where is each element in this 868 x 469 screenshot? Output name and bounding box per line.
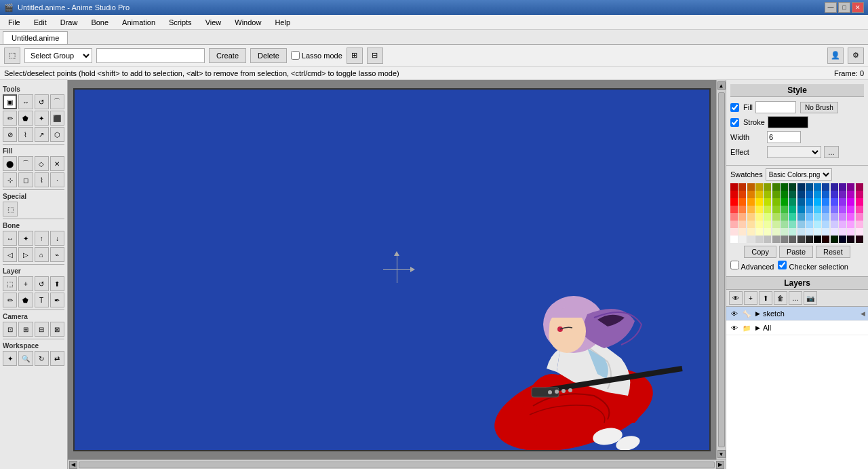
color-swatch[interactable] — [856, 183, 863, 191]
color-swatch[interactable] — [797, 206, 805, 213]
fill-x-tool[interactable]: ✕ — [50, 156, 64, 171]
color-swatch[interactable] — [789, 191, 796, 198]
menu-scripts[interactable]: Scripts — [163, 17, 197, 28]
color-swatch[interactable] — [747, 183, 755, 191]
color-swatch[interactable] — [806, 206, 813, 213]
color-swatch[interactable] — [856, 198, 863, 206]
color-swatch[interactable] — [806, 198, 813, 206]
color-swatch[interactable] — [839, 206, 846, 213]
layer-tool-8[interactable]: ✒ — [50, 293, 64, 307]
color-swatch[interactable] — [806, 228, 813, 236]
color-swatch[interactable] — [814, 191, 821, 198]
color-swatch[interactable] — [839, 198, 846, 206]
color-swatch[interactable] — [856, 236, 863, 243]
color-swatch[interactable] — [730, 236, 738, 243]
layers-tool-move[interactable]: ⬆ — [759, 291, 772, 305]
color-swatch[interactable] — [822, 221, 829, 228]
fill-sq-tool[interactable]: ◻ — [18, 172, 33, 187]
color-swatch[interactable] — [814, 213, 821, 221]
color-swatch[interactable] — [730, 228, 738, 236]
color-swatch[interactable] — [781, 183, 788, 191]
rotate-tool[interactable]: ↺ — [35, 94, 49, 109]
workspace-tool-1[interactable]: ✦ — [3, 351, 17, 366]
menu-file[interactable]: File — [3, 17, 26, 28]
color-swatch[interactable] — [847, 228, 854, 236]
color-swatch[interactable] — [831, 206, 838, 213]
fill-diamond-tool[interactable]: ◇ — [35, 156, 49, 171]
color-swatch[interactable] — [755, 183, 763, 191]
color-swatch[interactable] — [831, 228, 838, 236]
color-swatch[interactable] — [730, 206, 738, 213]
color-swatch[interactable] — [764, 206, 771, 213]
color-swatch[interactable] — [814, 236, 821, 243]
bone-tool-7[interactable]: ⌂ — [35, 247, 49, 262]
layer-row-sketch[interactable]: 👁 🦴 ▶ sketch ◀ — [726, 307, 868, 321]
layer-all-expand-icon[interactable]: ▶ — [753, 324, 762, 332]
copy-button[interactable]: Copy — [744, 246, 776, 258]
effect-select[interactable]: BlurGlow — [767, 146, 821, 158]
canvas-scrollbar-v[interactable]: ▲ ▼ — [716, 80, 726, 459]
color-swatch[interactable] — [755, 213, 763, 221]
color-swatch[interactable] — [781, 191, 788, 198]
color-swatch[interactable] — [847, 191, 854, 198]
toolbar-icon-2[interactable]: ⊟ — [367, 48, 383, 64]
color-swatch[interactable] — [856, 213, 863, 221]
menu-edit[interactable]: Edit — [28, 17, 52, 28]
layers-tool-camera[interactable]: 📷 — [804, 291, 817, 305]
special-tool[interactable]: ⬚ — [3, 202, 18, 217]
pen-tool[interactable]: ✏ — [3, 111, 17, 126]
color-swatch[interactable] — [806, 213, 813, 221]
layer-tool-6[interactable]: ⬟ — [18, 293, 33, 307]
group-select[interactable]: Select Group — [24, 48, 92, 63]
color-swatch[interactable] — [772, 236, 780, 243]
maximize-button[interactable]: □ — [838, 2, 850, 13]
color-swatch[interactable] — [847, 221, 854, 228]
color-swatch[interactable] — [839, 221, 846, 228]
camera-tool-3[interactable]: ⊟ — [35, 322, 49, 337]
color-swatch[interactable] — [789, 213, 796, 221]
color-swatch[interactable] — [755, 228, 763, 236]
color-swatch[interactable] — [839, 213, 846, 221]
layer-tool-7[interactable]: T — [35, 293, 49, 307]
color-swatch[interactable] — [839, 236, 846, 243]
hex-tool[interactable]: ⬡ — [50, 127, 64, 142]
stroke-checkbox[interactable] — [730, 118, 739, 127]
color-swatch[interactable] — [847, 183, 854, 191]
color-swatch[interactable] — [806, 183, 813, 191]
star-tool[interactable]: ✦ — [35, 111, 49, 126]
color-swatch[interactable] — [797, 183, 805, 191]
color-swatch[interactable] — [797, 213, 805, 221]
color-swatch[interactable] — [822, 191, 829, 198]
color-swatch[interactable] — [822, 183, 829, 191]
color-swatch[interactable] — [772, 206, 780, 213]
color-swatch[interactable] — [797, 221, 805, 228]
color-swatch[interactable] — [738, 213, 746, 221]
color-swatch[interactable] — [789, 236, 796, 243]
workspace-tool-3[interactable]: ↻ — [35, 351, 49, 366]
toolbar-select-icon[interactable]: ⬚ — [4, 48, 20, 64]
bone-tool-5[interactable]: ◁ — [3, 247, 17, 262]
color-swatch[interactable] — [847, 213, 854, 221]
color-swatch[interactable] — [764, 198, 771, 206]
select-tool[interactable]: ▣ — [3, 94, 17, 109]
close-button[interactable]: ✕ — [852, 2, 864, 13]
color-swatch[interactable] — [831, 183, 838, 191]
brush-tool[interactable]: ⌇ — [18, 127, 33, 142]
color-swatch[interactable] — [797, 191, 805, 198]
color-swatch[interactable] — [781, 236, 788, 243]
color-swatch[interactable] — [755, 221, 763, 228]
create-button[interactable]: Create — [209, 48, 246, 63]
color-swatch[interactable] — [822, 198, 829, 206]
fill-curve-tool[interactable]: ⌒ — [18, 156, 33, 171]
color-swatch[interactable] — [738, 191, 746, 198]
rect-tool[interactable]: ⬛ — [50, 111, 64, 126]
color-swatch[interactable] — [847, 206, 854, 213]
color-swatch[interactable] — [781, 213, 788, 221]
curve-tool[interactable]: ⌒ — [50, 94, 64, 109]
canvas-area[interactable] — [68, 80, 716, 459]
menu-draw[interactable]: Draw — [55, 17, 83, 28]
cut-tool[interactable]: ⊘ — [3, 127, 17, 142]
menu-animation[interactable]: Animation — [117, 17, 161, 28]
fill-wave-tool[interactable]: ⌇ — [35, 172, 49, 187]
advanced-checkbox-label[interactable]: Advanced — [730, 261, 774, 271]
